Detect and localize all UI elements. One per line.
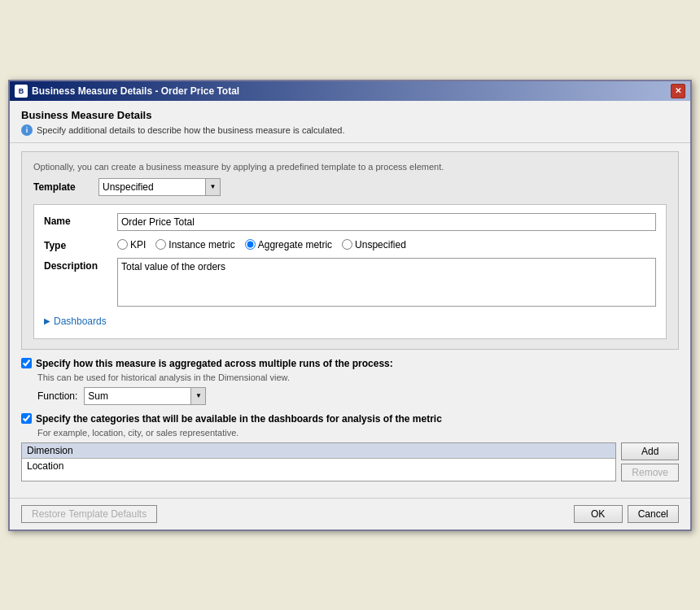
categories-desc: For example, location, city, or sales re… — [37, 428, 679, 438]
radio-kpi[interactable]: KPI — [117, 239, 146, 251]
ok-button[interactable]: OK — [574, 505, 623, 523]
form-section: Name Type KPI Insta — [33, 204, 667, 339]
aggregation-header: Specify how this measure is aggregated a… — [21, 358, 679, 369]
dialog-subtitle-row: i Specify additional details to describe… — [21, 124, 679, 136]
window-icon: B — [15, 85, 28, 98]
radio-instance-metric[interactable]: Instance metric — [155, 239, 234, 251]
function-label: Function: — [37, 390, 77, 402]
dialog-footer: Restore Template Defaults OK Cancel — [10, 498, 690, 529]
dialog-header: Business Measure Details i Specify addit… — [10, 101, 690, 143]
aggregation-checkbox[interactable] — [21, 358, 32, 368]
type-radio-group: KPI Instance metric Aggregate metric — [117, 237, 406, 251]
aggregation-label: Specify how this measure is aggregated a… — [36, 358, 393, 369]
dialog-subtitle-text: Specify additional details to describe h… — [37, 125, 345, 135]
template-description: Optionally, you can create a business me… — [33, 162, 667, 172]
dialog-main-title: Business Measure Details — [21, 109, 679, 121]
table-action-buttons: Add Remove — [621, 442, 679, 481]
type-row: Type KPI Instance metric Aggregate me — [44, 237, 656, 251]
function-row: Function: Sum Average Min Max Count ▼ — [37, 387, 679, 405]
add-button[interactable]: Add — [621, 442, 679, 460]
remove-button[interactable]: Remove — [621, 464, 679, 481]
name-row: Name — [44, 213, 656, 231]
categories-table-area: Dimension Location Add Remove — [21, 442, 679, 481]
aggregation-section: Specify how this measure is aggregated a… — [21, 358, 679, 405]
footer-left: Restore Template Defaults — [21, 505, 157, 523]
categories-section: Specify the categories that will be avai… — [21, 413, 679, 481]
name-label: Name — [44, 213, 117, 227]
description-textarea[interactable]: Total value of the orders — [117, 258, 656, 307]
template-row: Template Unspecified ▼ — [33, 178, 667, 196]
categories-checkbox[interactable] — [21, 413, 32, 424]
template-select[interactable]: Unspecified — [99, 179, 205, 195]
dialog-body: Optionally, you can create a business me… — [10, 143, 690, 498]
categories-header: Specify the categories that will be avai… — [21, 413, 679, 425]
dimension-table-row[interactable]: Location — [22, 459, 615, 473]
info-icon: i — [21, 124, 33, 136]
outer-panel: Optionally, you can create a business me… — [21, 151, 679, 350]
title-bar: B Business Measure Details - Order Price… — [10, 81, 690, 101]
description-row: Description Total value of the orders — [44, 258, 656, 309]
footer-right: OK Cancel — [574, 505, 679, 523]
categories-label: Specify the categories that will be avai… — [36, 413, 442, 425]
dashboards-arrow-icon: ▶ — [44, 316, 50, 325]
dashboards-row: ▶ Dashboards — [44, 316, 656, 327]
function-select[interactable]: Sum Average Min Max Count — [85, 388, 190, 404]
description-wrap: Total value of the orders — [117, 258, 656, 309]
cancel-button[interactable]: Cancel — [628, 505, 679, 523]
dimension-table-header: Dimension — [22, 443, 615, 459]
radio-unspecified[interactable]: Unspecified — [342, 239, 406, 251]
description-label: Description — [44, 258, 117, 272]
name-input-wrap — [117, 213, 656, 231]
type-label: Type — [44, 237, 117, 251]
aggregation-desc: This can be used for historical analysis… — [37, 373, 679, 382]
template-dropdown-arrow[interactable]: ▼ — [205, 179, 220, 195]
radio-aggregate-metric[interactable]: Aggregate metric — [245, 239, 332, 251]
dashboards-link[interactable]: Dashboards — [54, 316, 107, 327]
restore-defaults-button[interactable]: Restore Template Defaults — [21, 505, 157, 523]
dimension-table: Dimension Location — [21, 442, 616, 481]
function-select-wrapper[interactable]: Sum Average Min Max Count ▼ — [84, 387, 206, 405]
close-button[interactable]: ✕ — [671, 84, 685, 98]
template-label: Template — [33, 181, 90, 193]
dialog-window: B Business Measure Details - Order Price… — [8, 80, 692, 531]
function-dropdown-arrow[interactable]: ▼ — [190, 388, 205, 404]
template-select-wrapper[interactable]: Unspecified ▼ — [98, 178, 221, 196]
name-input[interactable] — [117, 213, 656, 231]
window-title: Business Measure Details - Order Price T… — [32, 85, 239, 97]
